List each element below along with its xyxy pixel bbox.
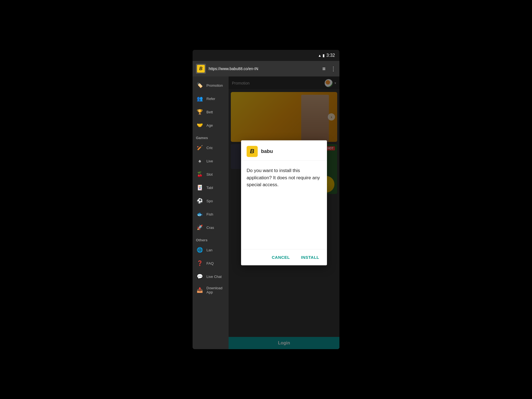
sidebar-label-language: Lan [206,248,213,252]
sidebar-label-agent: Age [206,123,213,127]
browser-more-icon[interactable]: ⋮ [331,65,336,72]
dialog-body: Do you want to install this application?… [241,160,327,249]
sidebar-item-download[interactable]: 📥 Download App [193,283,229,297]
sidebar-item-agent[interactable]: 🤝 Age [193,119,229,132]
sidebar-label-sports: Spo [206,199,213,203]
phone-frame: ▴ ▮ 3:32 B https://www.babu88.co/en-IN ≡… [193,50,339,349]
battery-icon: ▮ [323,53,325,58]
install-button[interactable]: INSTALL [299,254,321,261]
app-content: 🏷️ Promotion 👥 Refer 🏆 Bett 🤝 Age Games … [193,76,339,349]
browser-logo-inner: B [197,65,205,73]
dialog-header: B babu [241,140,327,160]
sidebar-label-download: Download App [206,286,225,294]
browser-bar: B https://www.babu88.co/en-IN ≡ ⋮ [193,61,339,76]
status-icons: ▴ ▮ 3:32 [319,53,335,58]
sidebar: 🏷️ Promotion 👥 Refer 🏆 Bett 🤝 Age Games … [193,76,229,349]
sidebar-item-promotion[interactable]: 🏷️ Promotion [193,79,229,92]
sidebar-label-promotion: Promotion [206,83,223,88]
sidebar-item-betting[interactable]: 🏆 Bett [193,105,229,119]
time-display: 3:32 [326,53,335,58]
sidebar-label-fishing: Fish [206,212,213,216]
sidebar-item-crash[interactable]: 🚀 Cras [193,221,229,234]
status-bar: ▴ ▮ 3:32 [193,50,339,61]
sidebar-label-faq: FAQ [206,261,214,265]
sidebar-label-live: Live [206,159,213,163]
browser-menu-icon[interactable]: ≡ [322,66,326,72]
dialog-app-name: babu [261,149,273,154]
agent-icon: 🤝 [196,121,204,129]
sidebar-item-table[interactable]: 🃏 Tabl [193,181,229,194]
betting-icon: 🏆 [196,108,204,116]
live-icon: ♠️ [196,157,204,165]
install-dialog: B babu Do you want to install this appli… [241,140,327,265]
dialog-footer: CANCEL INSTALL [241,249,327,265]
promotion-icon: 🏷️ [196,81,204,89]
wifi-icon: ▴ [319,53,321,58]
livechat-icon: 💬 [196,273,204,280]
main-area: Promotion ▾ › ⚽ Sports [229,76,339,349]
sports-icon: ⚽ [196,197,204,205]
sidebar-item-language[interactable]: 🌐 Lan [193,243,229,257]
sidebar-item-sports[interactable]: ⚽ Spo [193,194,229,208]
games-section-label: Games [193,132,229,141]
sidebar-label-cricket: Cric [206,146,213,150]
download-icon: 📥 [196,286,204,294]
table-icon: 🃏 [196,184,204,191]
sidebar-label-betting: Bett [206,110,213,114]
cricket-icon: 🏏 [196,144,204,152]
dialog-message: Do you want to install this application?… [247,167,321,188]
cancel-button[interactable]: CANCEL [270,254,292,261]
refer-icon: 👥 [196,95,204,103]
slots-icon: 🍒 [196,170,204,178]
sidebar-item-cricket[interactable]: 🏏 Cric [193,141,229,154]
sidebar-item-refer[interactable]: 👥 Refer [193,92,229,105]
sidebar-label-crash: Cras [206,226,214,230]
sidebar-label-slots: Slot [206,172,213,177]
sidebar-label-livechat: Live Chat [206,275,222,279]
sidebar-label-refer: Refer [206,97,215,101]
faq-icon: ❓ [196,259,204,267]
browser-url[interactable]: https://www.babu88.co/en-IN [209,66,317,71]
sidebar-item-livechat[interactable]: 💬 Live Chat [193,270,229,283]
sidebar-item-live[interactable]: ♠️ Live [193,154,229,168]
language-icon: 🌐 [196,246,204,254]
sidebar-item-faq[interactable]: ❓ FAQ [193,257,229,270]
dialog-app-icon: B [247,146,258,157]
sidebar-item-slots[interactable]: 🍒 Slot [193,168,229,181]
fishing-icon: 🐟 [196,210,204,218]
browser-logo: B [196,64,206,74]
sidebar-item-fishing[interactable]: 🐟 Fish [193,208,229,221]
others-section-label: Others [193,234,229,243]
crash-icon: 🚀 [196,224,204,231]
sidebar-label-table: Tabl [206,186,213,190]
